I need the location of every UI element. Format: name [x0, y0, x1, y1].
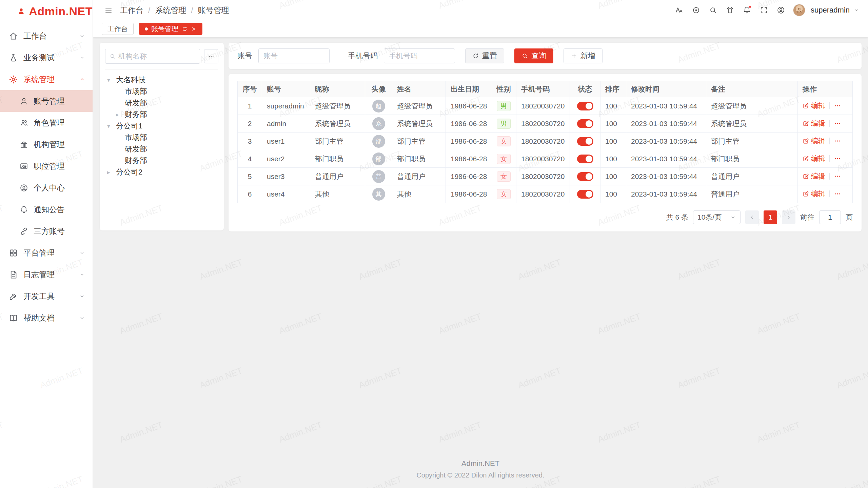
caret-right-icon[interactable]: ▸ — [107, 169, 116, 176]
actions-divider — [829, 120, 830, 127]
actions-divider — [829, 173, 830, 180]
edit-button[interactable]: 编辑 — [803, 189, 825, 199]
sidebar-item-account-management[interactable]: 账号管理 — [0, 90, 93, 112]
watermark-text: Admin.NET — [357, 365, 403, 391]
breadcrumb-item[interactable]: 工作台 — [120, 5, 143, 16]
page-number-button[interactable]: 1 — [764, 210, 777, 224]
sidebar-item-label: 工作台 — [23, 31, 47, 41]
breadcrumb-item[interactable]: 系统管理 — [155, 5, 186, 16]
status-toggle[interactable] — [577, 102, 593, 110]
toggle-knob — [586, 120, 592, 127]
org-more-button[interactable] — [204, 49, 218, 63]
next-page-button[interactable] — [782, 210, 795, 224]
tab-workbench[interactable]: 工作台 — [102, 23, 134, 35]
profile-button[interactable] — [773, 3, 788, 18]
home-icon — [9, 32, 18, 41]
cell-nickname: 其他 — [310, 185, 365, 203]
cell-gender: 男 — [491, 97, 516, 115]
tree-node[interactable]: 研发部 — [105, 143, 218, 155]
sidebar-item-dev-tools[interactable]: 开发工具 — [0, 285, 93, 307]
status-toggle[interactable] — [577, 190, 593, 199]
tree-node[interactable]: 财务部 — [105, 155, 218, 166]
more-actions-button[interactable] — [834, 190, 841, 198]
cell-avatar: 系 — [365, 115, 392, 133]
sidebar-item-notice[interactable]: 通知公告 — [0, 199, 93, 220]
goto-page-input[interactable] — [819, 210, 841, 224]
query-button[interactable]: 查询 — [514, 48, 553, 63]
edit-button[interactable]: 编辑 — [803, 171, 825, 181]
status-toggle[interactable] — [577, 172, 593, 181]
sidebar-item-personal-center[interactable]: 个人中心 — [0, 177, 93, 199]
more-actions-button[interactable] — [834, 155, 841, 162]
row-actions: 编辑 — [803, 119, 841, 128]
sidebar-item-label: 通知公告 — [34, 204, 65, 215]
more-actions-button[interactable] — [834, 137, 841, 145]
tree-node[interactable]: ▸财务部 — [105, 109, 218, 120]
caret-down-icon[interactable]: ▾ — [107, 123, 116, 130]
status-toggle[interactable] — [577, 119, 593, 128]
edit-button[interactable]: 编辑 — [803, 136, 825, 146]
sidebar-item-org-management[interactable]: 机构管理 — [0, 134, 93, 155]
edit-label: 编辑 — [811, 154, 825, 163]
edit-label: 编辑 — [811, 136, 825, 146]
sidebar-item-system-management[interactable]: 系统管理 — [0, 68, 93, 90]
cell-actions: 编辑 — [798, 168, 853, 185]
page-size-select[interactable]: 10条/页 — [693, 210, 741, 224]
edit-button[interactable]: 编辑 — [803, 154, 825, 163]
cell-avatar: 其 — [365, 185, 392, 203]
close-tab-icon[interactable] — [191, 26, 197, 32]
sidebar-item-third-party-account[interactable]: 三方账号 — [0, 220, 93, 242]
more-actions-button[interactable] — [834, 102, 841, 109]
tree-node[interactable]: ▾大名科技 — [105, 74, 218, 86]
more-icon — [834, 155, 841, 162]
tab-account-management[interactable]: 账号管理 — [139, 23, 202, 35]
fullscreen-button[interactable] — [756, 3, 771, 18]
reset-button[interactable]: 重置 — [465, 48, 504, 63]
cell-status — [570, 168, 600, 185]
sidebar-item-help-docs[interactable]: 帮助文档 — [0, 307, 93, 329]
org-search-input[interactable] — [118, 52, 196, 60]
sidebar-item-platform-management[interactable]: 平台管理 — [0, 242, 93, 264]
sidebar-item-role-management[interactable]: 角色管理 — [0, 112, 93, 134]
locate-button[interactable] — [689, 3, 704, 18]
status-toggle[interactable] — [577, 137, 593, 146]
status-toggle[interactable] — [577, 155, 593, 163]
user-icon — [20, 97, 28, 105]
tree-node[interactable]: 研发部 — [105, 97, 218, 109]
sidebar-item-label: 机构管理 — [34, 139, 65, 150]
refresh-tab-icon[interactable] — [182, 26, 188, 32]
edit-button[interactable]: 编辑 — [803, 119, 825, 128]
account-filter-input[interactable] — [258, 48, 330, 63]
tree-node[interactable]: 市场部 — [105, 86, 218, 97]
watermark-text: Admin.NET — [437, 311, 483, 337]
phone-filter-input[interactable] — [384, 48, 455, 63]
font-size-icon — [675, 6, 683, 14]
tree-node[interactable]: 市场部 — [105, 132, 218, 143]
prev-page-button[interactable] — [745, 210, 759, 224]
more-actions-button[interactable] — [834, 172, 841, 180]
font-size-button[interactable] — [672, 3, 687, 18]
breadcrumb-separator: / — [191, 6, 193, 15]
add-button[interactable]: 新增 — [564, 48, 603, 63]
user-avatar[interactable] — [793, 4, 805, 16]
caret-right-icon[interactable]: ▸ — [116, 111, 125, 118]
chevron-down-icon[interactable] — [854, 7, 859, 13]
caret-down-icon[interactable]: ▾ — [107, 77, 116, 84]
app-logo[interactable]: Admin.NET — [0, 0, 93, 22]
watermark-text: Admin.NET — [835, 257, 868, 282]
username[interactable]: superadmin — [811, 6, 850, 15]
notification-button[interactable] — [739, 3, 754, 18]
sidebar-item-workbench[interactable]: 工作台 — [0, 25, 93, 47]
column-header: 备注 — [706, 81, 798, 97]
tree-node[interactable]: ▾分公司1 — [105, 120, 218, 132]
tree-node[interactable]: ▸分公司2 — [105, 166, 218, 178]
global-search-button[interactable] — [706, 3, 721, 18]
sidebar-item-business-test[interactable]: 业务测试 — [0, 47, 93, 68]
edit-button[interactable]: 编辑 — [803, 101, 825, 110]
more-actions-button[interactable] — [834, 120, 841, 127]
collapse-menu-button[interactable] — [102, 3, 115, 17]
sidebar-item-log-management[interactable]: 日志管理 — [0, 264, 93, 285]
edit-icon — [803, 103, 809, 109]
sidebar-item-position-management[interactable]: 职位管理 — [0, 155, 93, 177]
theme-button[interactable] — [723, 3, 737, 18]
